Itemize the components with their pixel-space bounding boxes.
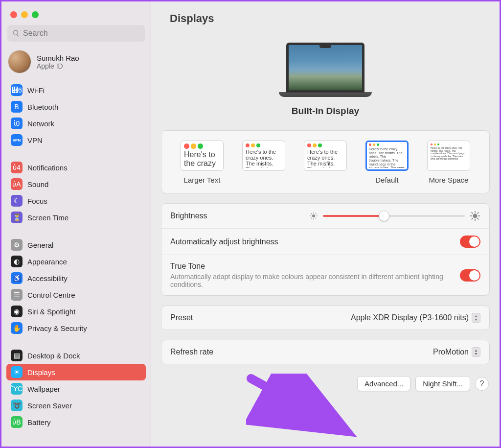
- siri-icon: ◉: [11, 306, 23, 317]
- true-tone-toggle[interactable]: [460, 269, 480, 282]
- sidebar-item-bluetooth[interactable]: BBluetooth: [6, 98, 146, 115]
- resolution-option-4[interactable]: Here's to the crazy ones. The misfits. T…: [422, 141, 476, 184]
- user-name: Sumukh Rao: [37, 54, 79, 62]
- apple-id-button[interactable]: Sumukh Rao Apple ID: [1, 47, 151, 80]
- sidebar-item-battery[interactable]: ὐBBattery: [6, 414, 146, 430]
- advanced-button[interactable]: Advanced...: [357, 376, 410, 391]
- svg-line-16: [472, 218, 473, 220]
- wifi-icon: ὏6: [11, 84, 23, 96]
- sidebar-item-label: Notifications: [27, 164, 68, 172]
- switches-icon: ☰: [11, 289, 23, 301]
- avatar: [8, 50, 31, 73]
- bottom-bar: Advanced... Night Shift... ?: [151, 369, 500, 400]
- sidebar-item-displays[interactable]: ☀Displays: [6, 364, 146, 380]
- wallpaper-icon: ὛC: [11, 383, 23, 395]
- preset-value: Apple XDR Display (P3-1600 nits): [351, 313, 469, 322]
- resolution-option-3[interactable]: Here's to the crazy ones. The misfits. T…: [360, 141, 414, 184]
- gear-icon: ⚙: [11, 239, 23, 251]
- dock-icon: ▤: [11, 350, 23, 361]
- sidebar-item-label: Focus: [27, 197, 47, 205]
- svg-line-17: [478, 212, 479, 214]
- night-shift-button[interactable]: Night Shift...: [415, 376, 470, 391]
- chevron-updown-icon: ▲▼: [472, 313, 480, 323]
- brightness-panel: Brightness Automatically adjust brightne…: [161, 203, 490, 296]
- sidebar-item-sound[interactable]: ὐASound: [6, 176, 146, 192]
- sidebar-item-label: Sound: [27, 180, 48, 189]
- sidebar-item-desktop-dock[interactable]: ▤Desktop & Dock: [6, 347, 146, 364]
- accessibility-icon: ♿: [11, 272, 23, 284]
- laptop-thumbnail[interactable]: [279, 43, 372, 97]
- maximize-icon[interactable]: [32, 11, 39, 18]
- sidebar-item-label: Accessibility: [27, 274, 68, 283]
- sidebar-item-label: Siri & Spotlight: [27, 307, 75, 316]
- refresh-select[interactable]: ProMotion ▲▼: [433, 347, 480, 357]
- preset-select[interactable]: Apple XDR Display (P3-1600 nits) ▲▼: [351, 313, 480, 323]
- sidebar-item-siri-spotlight[interactable]: ◉Siri & Spotlight: [6, 303, 146, 320]
- minimize-icon[interactable]: [21, 11, 28, 18]
- resolution-label: More Space: [429, 176, 469, 184]
- sidebar-item-label: Privacy & Security: [27, 324, 87, 332]
- svg-point-9: [473, 213, 477, 218]
- sidebar-item-general[interactable]: ⚙General: [6, 236, 146, 253]
- sidebar-item-privacy-security[interactable]: ✋Privacy & Security: [6, 320, 146, 336]
- resolution-panel: Here's to the crazy ones. The misfits. T…: [161, 130, 490, 193]
- help-button[interactable]: ?: [475, 377, 489, 391]
- sidebar-item-label: VPN: [27, 136, 43, 144]
- resolution-option-1[interactable]: Here's to the crazy ones. The misfits. T…: [237, 141, 291, 184]
- battery-icon: ὐB: [11, 416, 23, 428]
- svg-line-6: [316, 218, 317, 219]
- sidebar-item-label: Control Centre: [27, 291, 75, 299]
- svg-line-8: [316, 213, 317, 214]
- resolution-picker: Here's to the crazy ones. The misfits. T…: [161, 131, 489, 193]
- sidebar-item-focus[interactable]: ☾Focus: [6, 192, 146, 209]
- sidebar-item-notifications[interactable]: ὑ4Notifications: [6, 159, 146, 176]
- sidebar-item-label: Wallpaper: [27, 385, 60, 393]
- chevron-updown-icon: ▲▼: [472, 347, 480, 357]
- hand-icon: ✋: [11, 322, 23, 334]
- sidebar-item-accessibility[interactable]: ♿Accessibility: [6, 270, 146, 286]
- preset-panel: Preset Apple XDR Display (P3-1600 nits) …: [161, 306, 490, 330]
- focus-icon: ☾: [11, 195, 23, 207]
- true-tone-desc: Automatically adapt display to make colo…: [170, 273, 454, 288]
- sidebar-item-label: Desktop & Dock: [27, 352, 80, 360]
- sidebar-item-label: Appearance: [27, 258, 67, 266]
- svg-line-15: [478, 218, 479, 220]
- sidebar-item-screen-time[interactable]: ⏳Screen Time: [6, 209, 146, 226]
- close-icon[interactable]: [10, 11, 17, 18]
- sidebar-item-vpn[interactable]: VPNVPN: [6, 132, 146, 148]
- sidebar-item-label: Network: [27, 119, 54, 128]
- sidebar-item-screen-saver[interactable]: ➰Screen Saver: [6, 397, 146, 414]
- window-controls: [1, 6, 151, 25]
- search-field[interactable]: [7, 25, 145, 42]
- search-input[interactable]: [23, 29, 140, 38]
- sidebar-nav: ὏6Wi-FiBBluetoothἱ0NetworkVPNVPNὑ4Notifi…: [1, 80, 151, 432]
- svg-line-14: [472, 212, 473, 214]
- resolution-label: Larger Text: [184, 176, 221, 184]
- sidebar-item-label: Screen Saver: [27, 401, 72, 410]
- refresh-value: ProMotion: [433, 348, 469, 356]
- brightness-low-icon: [309, 212, 318, 220]
- sidebar-item-network[interactable]: ἱ0Network: [6, 115, 146, 132]
- sidebar-item-appearance[interactable]: ◐Appearance: [6, 253, 146, 270]
- sidebar-item-label: Wi-Fi: [27, 86, 45, 94]
- bluetooth-icon: B: [11, 101, 23, 113]
- vpn-icon: VPN: [11, 134, 23, 146]
- brightness-slider[interactable]: [323, 215, 465, 217]
- refresh-label: Refresh rate: [170, 348, 433, 356]
- sidebar-item-control-centre[interactable]: ☰Control Centre: [6, 286, 146, 303]
- brightness-label: Brightness: [170, 212, 309, 220]
- sidebar-item-wallpaper[interactable]: ὛCWallpaper: [6, 380, 146, 397]
- bell-icon: ὑ4: [11, 162, 23, 173]
- appearance-icon: ◐: [11, 256, 23, 267]
- sidebar-item-label: Displays: [27, 368, 55, 377]
- main-content: Displays Built-in Display Here's to the …: [151, 1, 500, 447]
- resolution-option-2[interactable]: Here's to the crazy ones. The misfits. T…: [298, 141, 352, 184]
- screensaver-icon: ➰: [11, 400, 23, 411]
- sidebar-item-wi-fi[interactable]: ὏6Wi-Fi: [6, 82, 146, 98]
- sound-icon: ὐA: [11, 178, 23, 190]
- auto-brightness-toggle[interactable]: [460, 236, 480, 248]
- resolution-option-0[interactable]: Here's to the crazy ones. The misfits. T…: [175, 141, 229, 184]
- sidebar-item-label: General: [27, 241, 53, 249]
- svg-line-7: [311, 218, 312, 219]
- search-icon: [12, 29, 20, 37]
